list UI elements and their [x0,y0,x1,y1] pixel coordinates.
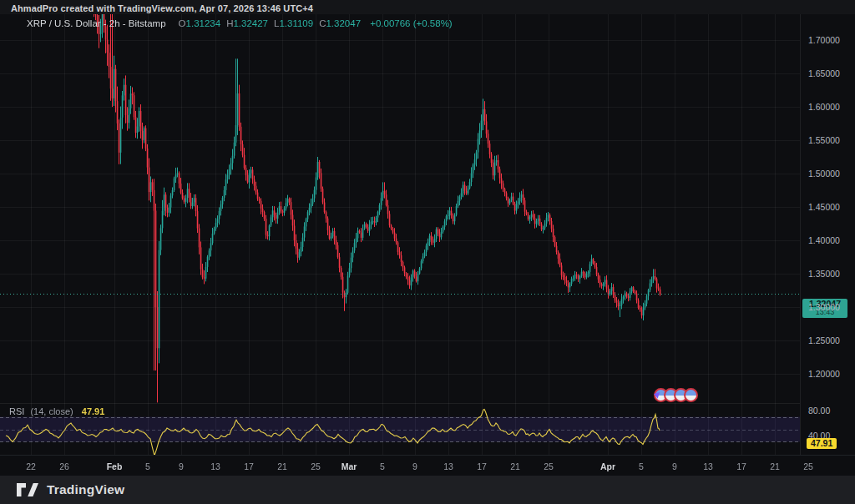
brand-bar: TradingView [0,476,855,504]
rsi-value: 47.91 [82,406,105,416]
time-tick-label: 21 [510,461,520,471]
time-tick-label: 13 [210,461,220,471]
time-tick-label: 25 [803,461,813,471]
price-tick-label: 1.70000 [808,35,840,45]
time-tick-label: 21 [770,461,780,471]
time-tick-label: 13 [703,461,713,471]
tradingview-brand-name[interactable]: TradingView [47,482,124,497]
time-tick-label: Mar [341,461,357,471]
price-tick-label: 1.30000 [808,302,840,312]
time-tick-label: 21 [277,461,287,471]
ohlc-field-value: 1.32047 [326,18,361,28]
time-tick-label: 9 [672,461,677,471]
time-tick-label: 5 [145,461,150,471]
price-tick-label: 1.20000 [808,369,840,379]
time-tick-label: 17 [477,461,487,471]
tradingview-logo-icon[interactable] [17,483,39,496]
time-tick-label: 22 [26,461,36,471]
change-readout: +0.00766 (+0.58%) [370,18,452,28]
time-tick-label: 17 [736,461,746,471]
time-tick-label: Apr [600,461,615,471]
price-tick-label: 1.45000 [808,202,840,212]
price-tick-label: 1.40000 [808,235,840,245]
emoji-reaction-cluster[interactable] [654,387,698,402]
watermark-bar: AhmadPro created with TradingView.com, A… [0,0,855,14]
rsi-tick-label: 80.00 [808,406,830,416]
price-tick-label: 1.25000 [808,335,840,345]
time-tick-label: 25 [311,461,321,471]
symbol-title[interactable]: XRP / U.S. Dollar - 2h - Bitstamp [27,18,166,28]
price-axis[interactable]: 40.0080.00 1.32047 13:43 47.91 1.700001.… [800,14,855,455]
time-tick-label: 9 [179,461,184,471]
time-tick-label: Feb [107,461,123,471]
time-tick-label: 26 [59,461,69,471]
price-tick-label: 1.35000 [808,269,840,279]
rsi-legend[interactable]: RSI (14, close) 47.91 [9,406,104,416]
ohlc-field-value: 1.31234 [186,18,221,28]
price-tick-label: 1.55000 [808,135,840,145]
time-tick-label: 25 [544,461,554,471]
ohlc-field-value: 1.32427 [233,18,268,28]
ohlc-readout: O1.31234H1.32427L1.31109C1.32047 [173,18,361,28]
rsi-params: (14, close) [30,406,73,416]
time-axis[interactable]: 2226Feb5913172125Mar5913172125Apr5913172… [0,455,855,476]
price-tick-label: 1.60000 [808,102,840,112]
time-tick-label: 5 [380,461,385,471]
ohlc-field-label: O [179,18,186,28]
price-tick-label: 1.65000 [808,68,840,78]
rsi-title[interactable]: RSI [9,406,24,416]
time-tick-label: 13 [443,461,453,471]
tradingview-chart-screenshot: AhmadPro created with TradingView.com, A… [0,0,855,504]
ohlc-field-value: 1.31109 [279,18,313,28]
emoji-badge-icon[interactable] [684,388,698,402]
rsi-value-label: 47.91 [807,438,837,449]
time-tick-label: 9 [412,461,417,471]
time-tick-label: 5 [639,461,644,471]
time-tick-label: 17 [244,461,254,471]
price-tick-label: 1.50000 [808,169,840,179]
symbol-legend[interactable]: XRP / U.S. Dollar - 2h - BitstampO1.3123… [27,18,453,28]
